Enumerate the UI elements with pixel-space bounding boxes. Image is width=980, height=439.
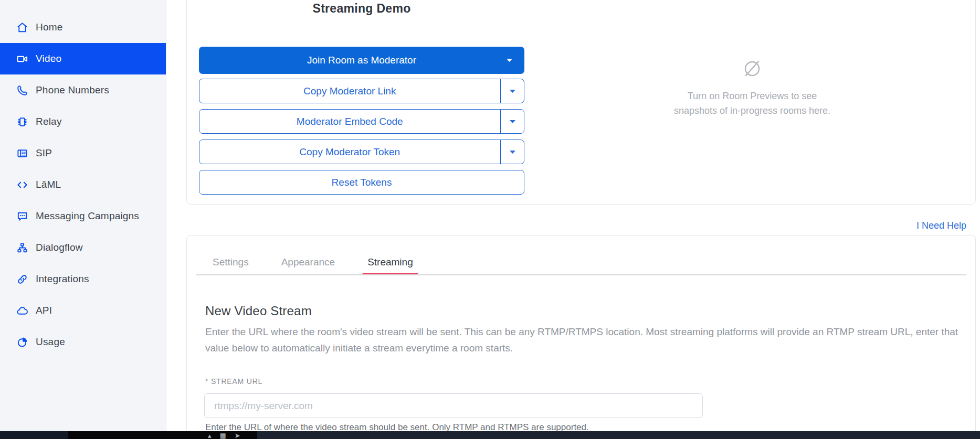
- taskbar-left-segment: [0, 431, 68, 439]
- cursor-icon[interactable]: ➤: [235, 431, 240, 439]
- chat-bubble-icon: [16, 210, 28, 222]
- slashed-circle-icon: [741, 57, 763, 81]
- room-previews-empty-state: Turn on Room Previews to see snapshots o…: [647, 57, 857, 118]
- code-icon: [16, 178, 28, 191]
- sidebar-item-video[interactable]: Video: [0, 43, 166, 74]
- tab-appearance[interactable]: Appearance: [276, 250, 340, 274]
- i-need-help-link[interactable]: I Need Help: [916, 220, 966, 231]
- copy-moderator-link-button-main[interactable]: Copy Moderator Link: [199, 79, 500, 103]
- sidebar-item-phone-numbers[interactable]: Phone Numbers: [0, 74, 166, 106]
- sidebar-item-usage[interactable]: Usage: [0, 326, 166, 358]
- phone-icon: [16, 84, 28, 97]
- sidebar-item-l-ml[interactable]: LāML: [0, 169, 166, 200]
- sidebar-item-api[interactable]: API: [0, 295, 166, 326]
- sidebar-item-integrations[interactable]: Integrations: [0, 263, 166, 295]
- empty-state-text: snapshots of in-progress rooms here.: [647, 103, 857, 118]
- tab-settings[interactable]: Settings: [207, 250, 254, 274]
- sidebar-item-messaging-campaigns[interactable]: Messaging Campaigns: [0, 200, 166, 232]
- sidebar-item-relay[interactable]: Relay: [0, 106, 166, 137]
- tab-streaming[interactable]: Streaming: [362, 250, 418, 274]
- dropdown-caret-icon[interactable]: [501, 110, 524, 133]
- dock-app-icon[interactable]: ▴: [208, 431, 212, 439]
- taskbar-right-segment: [257, 431, 980, 439]
- stream-url-label: * STREAM URL: [205, 377, 262, 386]
- tabs-divider: [196, 274, 966, 275]
- join-room-as-moderator-button[interactable]: Join Room as Moderator: [199, 47, 524, 74]
- moderator-embed-code-button: Moderator Embed Code: [199, 109, 524, 134]
- settings-tabs: Settings Appearance Streaming: [207, 250, 418, 274]
- streaming-demo-card: Streaming Demo Join Room as Moderator Co…: [186, 0, 976, 205]
- copy-moderator-token-button-main[interactable]: Copy Moderator Token: [199, 140, 500, 164]
- cloud-icon: [16, 304, 28, 317]
- room-settings-card: Settings Appearance Streaming New Video …: [186, 235, 976, 439]
- taskbar: ▴ ▦ ➤: [0, 431, 980, 439]
- empty-state-text: Turn on Room Previews to see: [647, 89, 857, 103]
- sitemap-icon: [16, 241, 28, 254]
- dock-icons: ▴ ▦ ➤: [208, 431, 240, 439]
- video-camera-icon: [16, 52, 28, 65]
- sidebar-item-sip[interactable]: SIP: [0, 137, 166, 169]
- desk-phone-icon: [16, 147, 28, 159]
- copy-moderator-token-button: Copy Moderator Token: [199, 140, 524, 164]
- new-video-stream-heading: New Video Stream: [205, 304, 312, 318]
- sidebar-item-home[interactable]: Home: [0, 12, 166, 43]
- moderator-embed-code-button-main[interactable]: Moderator Embed Code: [199, 110, 500, 133]
- pie-chart-icon: [16, 336, 28, 348]
- page-title: Streaming Demo: [199, 2, 524, 16]
- sidebar-item-dialogflow[interactable]: Dialogflow: [0, 232, 166, 263]
- stream-description: Enter the URL where the room's video str…: [205, 324, 977, 356]
- link-icon: [16, 273, 28, 285]
- dropdown-caret-icon[interactable]: [501, 140, 524, 164]
- copy-moderator-link-button: Copy Moderator Link: [199, 79, 524, 103]
- home-icon: [16, 21, 28, 34]
- dock-app-icon[interactable]: ▦: [220, 431, 226, 439]
- reset-tokens-button[interactable]: Reset Tokens: [199, 170, 524, 195]
- stream-url-input[interactable]: [204, 393, 703, 418]
- join-room-caret-icon[interactable]: [501, 47, 518, 74]
- sidebar: Home Video Phone Numbers Relay SIP LāML …: [0, 0, 166, 431]
- chip-icon: [16, 115, 28, 128]
- dropdown-caret-icon[interactable]: [501, 79, 524, 103]
